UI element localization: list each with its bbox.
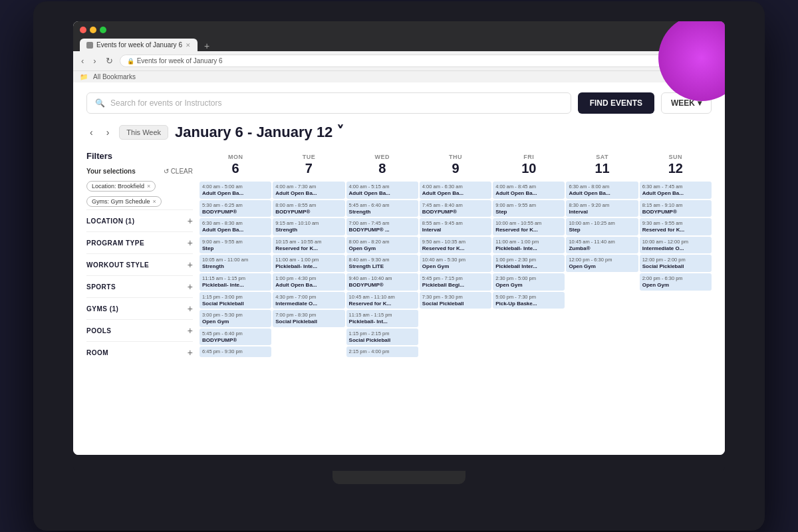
event-card[interactable]: 2:00 pm - 6:30 pmOpen Gym [640,273,712,291]
event-card[interactable]: 4:00 am - 7:30 amAdult Open Ba... [273,182,344,199]
event-card[interactable]: 7:30 pm - 9:30 pmSocial Pickleball [420,292,491,309]
event-card[interactable]: 11:15 am - 1:15 pmPickleball- Int... [346,310,418,327]
reload-button[interactable]: ↻ [103,55,116,67]
filter-workout-style[interactable]: WORKOUT STYLE + [86,253,193,275]
event-name: BODYPUMP® [202,209,269,215]
event-name: Reserved for K... [642,227,709,233]
gyms-tag-remove[interactable]: × [153,198,156,205]
filter-pools[interactable]: POOLS + [86,319,193,341]
sports-expand[interactable]: + [188,281,193,292]
close-dot[interactable] [80,27,86,33]
event-card[interactable]: 5:30 am - 6:25 amBODYPUMP® [200,200,271,217]
event-card[interactable]: 7:00 am - 7:45 amBODYPUMP® ... [346,218,418,235]
event-card[interactable]: 4:30 pm - 7:00 pmIntermediate O... [273,292,344,309]
event-time: 3:00 pm - 5:30 pm [202,312,269,318]
event-card[interactable]: 9:40 am - 10:40 amBODYPUMP® [346,273,418,291]
event-card[interactable]: 10:00 am - 12:00 pmIntermediate O... [640,237,712,254]
event-card[interactable]: 1:15 pm - 2:15 pmSocial Pickleball [346,329,418,346]
event-time: 2:30 pm - 5:00 pm [495,275,562,281]
event-name: Adult Open Ba... [495,190,562,197]
event-card[interactable]: 4:00 am - 8:45 amAdult Open Ba... [493,182,565,199]
find-events-button[interactable]: FIND EVENTS [578,92,654,114]
event-card[interactable]: 2:30 pm - 5:00 pmOpen Gym [493,273,565,291]
event-card[interactable]: 9:15 am - 10:10 amStrength [273,218,344,235]
event-card[interactable]: 5:45 pm - 7:15 pmPickleball Begi... [420,273,491,291]
event-name: Zumba® [569,245,635,252]
event-card[interactable]: 1:15 pm - 3:00 pmSocial Pickleball [200,292,271,309]
event-card[interactable]: 8:30 am - 9:20 amInterval [566,200,638,217]
prev-week-button[interactable]: ‹ [86,126,96,139]
event-card[interactable]: 8:00 am - 8:20 amOpen Gym [346,237,418,254]
event-card[interactable]: 10:00 am - 10:55 amReserved for K... [493,218,565,235]
pools-expand[interactable]: + [188,325,193,336]
event-card[interactable]: 4:00 am - 5:15 amAdult Open Ba... [346,182,418,199]
day-col-thu: 4:00 am - 6:30 amAdult Open Ba...7:45 am… [420,182,491,357]
event-card[interactable]: 10:45 am - 11:40 amZumba® [566,237,638,254]
event-card[interactable]: 9:30 am - 9:55 amReserved for K... [640,218,712,235]
filter-location[interactable]: LOCATION (1) + [86,209,193,231]
event-card[interactable]: 8:55 am - 9:45 amInterval [420,218,491,235]
event-card[interactable]: 7:45 am - 8:40 amBODYPUMP® [420,200,491,217]
bookmarks-label[interactable]: All Bookmarks [93,73,136,80]
event-card[interactable]: 6:30 am - 8:30 amAdult Open Ba... [200,218,271,235]
event-card[interactable]: 5:00 pm - 7:30 pmPick-Up Baske... [493,292,565,309]
event-card[interactable]: 6:45 pm - 9:30 pm [200,346,271,357]
clear-button[interactable]: ↺ CLEAR [164,168,193,175]
gyms-tag[interactable]: Gyms: Gym Schedule × [86,196,162,207]
new-tab-button[interactable]: + [200,41,213,51]
filter-sports[interactable]: SPORTS + [86,275,193,297]
location-filter-expand[interactable]: + [188,215,193,226]
event-card[interactable]: 5:45 pm - 6:40 pmBODYPUMP® [200,329,271,346]
location-tag-remove[interactable]: × [147,183,150,190]
event-card[interactable]: 8:15 am - 9:10 amBODYPUMP® [640,200,712,217]
event-card[interactable]: 11:00 am - 1:00 pmPickleball- Inte... [273,255,344,272]
filter-room[interactable]: ROOM + [86,341,193,363]
address-bar[interactable]: 🔒 Events for week of January 6 [120,55,684,67]
filter-program-type[interactable]: PROGRAM TYPE + [86,231,193,253]
room-expand[interactable]: + [188,347,193,358]
event-card[interactable]: 12:00 pm - 6:30 pmOpen Gym [566,255,638,272]
event-time: 4:30 pm - 7:00 pm [275,294,342,300]
event-name: Open Gym [642,282,709,289]
event-card[interactable]: 3:00 pm - 5:30 pmOpen Gym [200,310,271,327]
minimize-dot[interactable] [90,27,96,33]
workout-style-expand[interactable]: + [188,259,193,270]
active-tab[interactable]: Events for week of January 6 ✕ [80,39,198,51]
event-card[interactable]: 9:00 am - 9:55 amStep [493,200,565,217]
event-card[interactable]: 5:45 am - 6:40 amStrength [346,200,418,217]
filter-gyms[interactable]: GYMS (1) + [86,297,193,319]
event-card[interactable]: 11:00 am - 1:00 pmPickleball- Inte... [493,237,565,254]
event-card[interactable]: 10:40 am - 5:30 pmOpen Gym [420,255,491,272]
event-card[interactable]: 10:45 am - 11:10 amReserved for K... [346,292,418,309]
bookmarks-bar: 📁 All Bookmarks [73,70,725,82]
event-card[interactable]: 4:00 am - 5:00 amAdult Open Ba... [200,182,271,199]
event-card[interactable]: 1:00 pm - 4:30 pmAdult Open Ba... [273,273,344,291]
event-card[interactable]: 8:00 am - 8:55 amBODYPUMP® [273,200,344,217]
event-card[interactable]: 12:00 pm - 2:00 pmSocial Pickleball [640,255,712,272]
event-card[interactable]: 10:05 am - 11:00 amStrength [200,255,271,272]
program-type-expand[interactable]: + [188,237,193,248]
event-card[interactable]: 9:50 am - 10:35 amReserved for K... [420,237,491,254]
event-card[interactable]: 6:30 am - 8:00 amAdult Open Ba... [566,182,638,199]
event-card[interactable]: 10:00 am - 10:25 amStep [566,218,638,235]
event-card[interactable]: 2:15 pm - 4:00 pm [346,346,418,357]
forward-button[interactable]: › [90,55,98,67]
event-card[interactable]: 11:15 am - 1:15 pmPickleball- Inte... [200,273,271,291]
event-card[interactable]: 8:40 am - 9:30 amStrength LITE [346,255,418,272]
search-input-wrap[interactable]: 🔍 Search for events or Instructors [86,92,571,114]
location-tag[interactable]: Location: Brookfield × [86,181,156,192]
this-week-button[interactable]: This Week [119,125,168,140]
event-card[interactable]: 6:30 am - 7:45 amAdult Open Ba... [640,182,712,199]
event-card[interactable]: 9:00 am - 9:55 amStep [200,237,271,254]
maximize-dot[interactable] [100,27,106,33]
event-name: Strength [349,209,416,215]
tab-close-btn[interactable]: ✕ [186,42,191,49]
event-card[interactable]: 1:00 pm - 2:30 pmPickleball Inter... [493,255,565,272]
event-name: Step [202,245,269,252]
next-week-button[interactable]: › [103,126,113,139]
event-card[interactable]: 4:00 am - 6:30 amAdult Open Ba... [420,182,491,199]
event-card[interactable]: 7:00 pm - 8:30 pmSocial Pickleball [273,310,344,327]
event-card[interactable]: 10:15 am - 10:55 amReserved for K... [273,237,344,254]
gyms-expand[interactable]: + [188,303,193,314]
back-button[interactable]: ‹ [78,55,86,67]
